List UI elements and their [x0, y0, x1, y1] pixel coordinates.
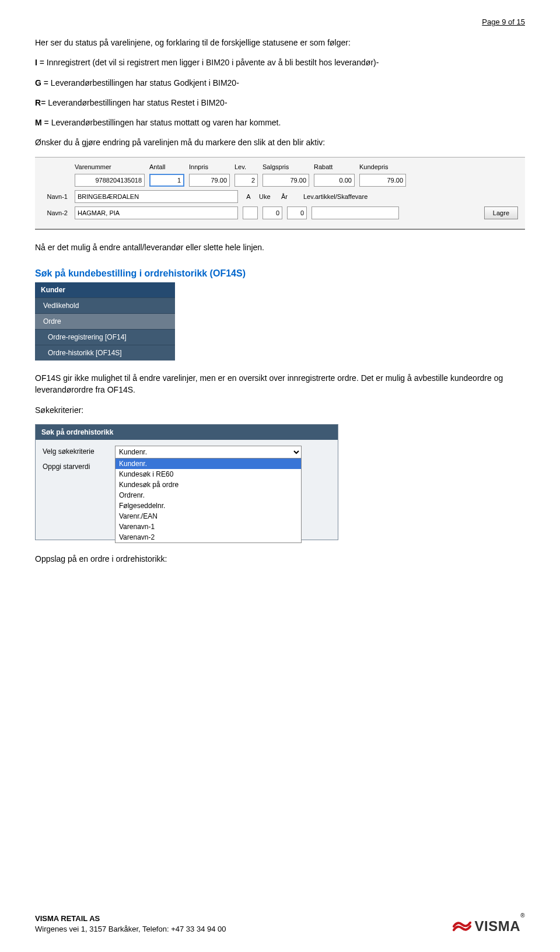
after-sshot3-text: Oppslag på en ordre i ordrehistorikk: [35, 553, 525, 565]
opt-varenavn2[interactable]: Varenavn-2 [116, 532, 301, 542]
opt-ordrenr[interactable]: Ordrenr. [116, 490, 301, 501]
status-g: G = Leverandørbestillingen har status Go… [35, 77, 525, 89]
uke-label: Uke [259, 193, 276, 200]
uke-input[interactable] [262, 206, 282, 219]
visma-logo: VISMA® [453, 918, 525, 935]
after-sshot1-text: Nå er det mulig å endre antall/leverandø… [35, 242, 525, 253]
status-code-r: R [35, 98, 41, 107]
intro-text: Her ser du status på varelinjene, og for… [35, 37, 525, 48]
status-i: I = Innregistrert (det vil si registrert… [35, 57, 525, 68]
oppgi-startverdi-label: Oppgi starverdi [43, 461, 107, 471]
nav-item-ordre[interactable]: Ordre [35, 313, 175, 329]
status-code-m: M [35, 118, 42, 127]
col-innpris: Innpris [189, 163, 230, 170]
opt-varenr-ean[interactable]: Varenr./EAN [116, 511, 301, 522]
after-status-text: Ønsker du å gjøre endring på varelinjen … [35, 136, 525, 148]
velg-sokekriterie-label: Velg søkekriterie [43, 446, 107, 456]
col-salgspris: Salgspris [262, 163, 309, 170]
status-code-i: I [35, 58, 37, 67]
footer-address: Wirgenes vei 1, 3157 Barkåker, Telefon: … [35, 924, 226, 935]
navn1-input[interactable] [75, 190, 238, 203]
sokekriterie-select[interactable]: Kundenr. [115, 446, 302, 459]
varelinje-form-screenshot: Varenummer Antall Innpris Lev. Salgspris… [35, 157, 525, 230]
varelinje-value-row [42, 174, 518, 187]
navn2-label: Navn-2 [42, 209, 70, 216]
salgspris-input[interactable] [262, 174, 309, 187]
a-input[interactable] [243, 206, 258, 219]
col-rabatt: Rabatt [314, 163, 355, 170]
navn1-label: Navn-1 [42, 193, 70, 200]
sokekriterier-label: Søkekriterier: [35, 404, 525, 416]
search-title: Søk på ordrehistorikk [36, 425, 338, 440]
ar-label: År [281, 193, 299, 200]
nav-item-ordre-registrering[interactable]: Ordre-registrering [OF14] [35, 329, 175, 345]
opt-folgeseddelnr[interactable]: Følgeseddelnr. [116, 501, 301, 511]
section-heading: Søk på kundebestilling i ordrehistorikk … [35, 268, 525, 279]
page-footer: VISMA RETAIL AS Wirgenes vei 1, 3157 Bar… [35, 914, 525, 935]
opt-varenavn1[interactable]: Varenavn-1 [116, 522, 301, 532]
opt-kundesok-re60[interactable]: Kundesøk i RE60 [116, 469, 301, 480]
innpris-input[interactable] [189, 174, 230, 187]
a-label: A [243, 193, 254, 200]
varenummer-input[interactable] [75, 174, 145, 187]
col-lev: Lev. [235, 163, 258, 170]
varelinje-header-row: Varenummer Antall Innpris Lev. Salgspris… [42, 163, 518, 170]
nav-header: Kunder [35, 282, 175, 298]
varelinje-row-navn1: Navn-1 A Uke År Lev.artikkel/Skaffevare [42, 190, 518, 203]
status-m: M = Leverandørbestillingen har status mo… [35, 117, 525, 128]
levartikkel-input[interactable] [312, 206, 399, 219]
after-sshot2-text: OF14S gir ikke mulighet til å endre vare… [35, 372, 525, 396]
antall-input[interactable] [149, 174, 184, 187]
search-panel-screenshot: Søk på ordrehistorikk Velg søkekriterie … [35, 424, 338, 540]
nav-item-ordre-historikk[interactable]: Ordre-historikk [OF14S] [35, 345, 175, 360]
status-r: R= Leverandørbestillingen har status Res… [35, 97, 525, 108]
levartikkel-label: Lev.artikkel/Skaffevare [303, 193, 397, 200]
sokekriterie-options: Kundenr. Kundesøk i RE60 Kundesøk på ord… [115, 458, 302, 543]
nav-menu-screenshot: Kunder Vedlikehold Ordre Ordre-registrer… [35, 282, 175, 360]
col-antall: Antall [149, 163, 184, 170]
lev-input[interactable] [235, 174, 258, 187]
navn2-input[interactable] [75, 206, 238, 219]
page-number: Page 9 of 15 [35, 18, 525, 26]
lagre-button[interactable]: Lagre [484, 206, 518, 219]
col-kundepris: Kundepris [359, 163, 406, 170]
visma-brand-text: VISMA® [475, 918, 525, 935]
opt-kundenr[interactable]: Kundenr. [116, 459, 301, 469]
nav-item-vedlikehold[interactable]: Vedlikehold [35, 298, 175, 313]
rabatt-input[interactable] [314, 174, 355, 187]
kundepris-input[interactable] [359, 174, 406, 187]
opt-kundesok-ordre[interactable]: Kundesøk på ordre [116, 480, 301, 490]
col-varenummer: Varenummer [75, 163, 145, 170]
visma-swirl-icon [453, 920, 471, 933]
footer-company: VISMA RETAIL AS [35, 914, 226, 924]
ar-input[interactable] [287, 206, 307, 219]
varelinje-row-navn2: Navn-2 Lagre [42, 206, 518, 219]
status-code-g: G [35, 78, 41, 88]
